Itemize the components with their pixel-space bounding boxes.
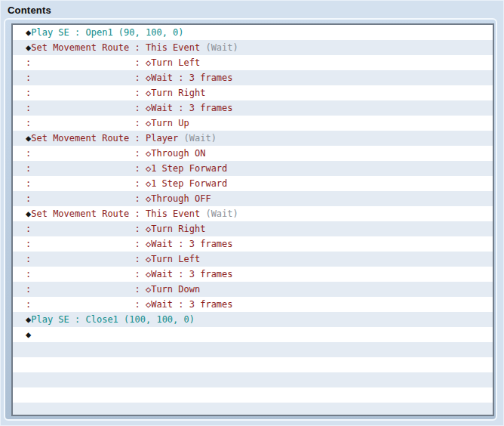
command-text-segment: : : ◇Wait : 3 frames — [26, 73, 233, 83]
event-command-row[interactable]: : : ◇Wait : 3 frames — [13, 236, 493, 252]
command-text-segment: : : ◇Turn Left — [26, 57, 200, 68]
command-text-segment: : : ◇Turn Right — [26, 88, 205, 98]
command-text-segment: : : ◇Wait : 3 frames — [26, 269, 233, 279]
event-command-row[interactable]: ◆Play SE : Open1 (90, 100, 0) — [13, 25, 493, 40]
event-command-row[interactable]: ◆Set Movement Route : This Event (Wait) — [13, 206, 493, 221]
event-command-row[interactable]: : : ◇Turn Down — [13, 282, 493, 297]
event-command-row[interactable]: ◆ — [13, 327, 493, 342]
event-command-row[interactable]: : : ◇Wait : 3 frames — [13, 297, 493, 312]
command-text-segment: ◆ — [26, 329, 31, 340]
command-text-segment: : : ◇1 Step Forward — [26, 163, 227, 174]
command-text-segment: Play SE : Close1 (100, 100, 0) — [31, 314, 195, 325]
command-text-segment: : : ◇Turn Right — [26, 224, 205, 234]
event-command-list[interactable]: ◆Play SE : Open1 (90, 100, 0)◆Set Moveme… — [11, 23, 494, 416]
empty-row[interactable] — [13, 387, 493, 403]
command-text-segment: Set Movement Route : Player — [31, 133, 183, 144]
command-text-segment: : : ◇Turn Down — [26, 284, 200, 295]
command-text-segment: : : ◇1 Step Forward — [26, 178, 227, 189]
command-text-segment: (Wait) — [205, 208, 238, 219]
contents-panel-title: Contents — [8, 5, 51, 16]
event-command-row[interactable]: ◆Set Movement Route : Player (Wait) — [13, 131, 493, 146]
command-text-segment: Set Movement Route : This Event — [31, 208, 205, 219]
empty-row[interactable] — [13, 403, 493, 416]
event-command-row[interactable]: : : ◇Wait : 3 frames — [13, 70, 493, 85]
empty-row[interactable] — [13, 342, 493, 357]
event-command-row[interactable]: : : ◇Turn Left — [13, 55, 493, 70]
command-text-segment: : : ◇Wait : 3 frames — [26, 103, 233, 113]
command-text-segment: (Wait) — [205, 42, 238, 53]
command-text-segment: : : ◇Wait : 3 frames — [26, 239, 233, 249]
event-command-row[interactable]: : : ◇Wait : 3 frames — [13, 267, 493, 282]
empty-row[interactable] — [13, 372, 493, 387]
event-command-row[interactable]: : : ◇Through ON — [13, 146, 493, 161]
command-text-segment: : : ◇Through ON — [26, 148, 205, 159]
event-command-row[interactable]: ◆Play SE : Close1 (100, 100, 0) — [13, 312, 493, 327]
command-text-segment: Set Movement Route : This Event — [31, 42, 205, 53]
event-command-row[interactable]: : : ◇1 Step Forward — [13, 161, 493, 176]
command-text-segment: : : ◇Turn Left — [26, 254, 200, 264]
event-command-row[interactable]: ◆Set Movement Route : This Event (Wait) — [13, 40, 493, 55]
empty-row[interactable] — [13, 357, 493, 372]
event-command-row[interactable]: : : ◇Wait : 3 frames — [13, 100, 493, 116]
command-text-segment: : : ◇Turn Up — [26, 118, 189, 128]
event-command-row[interactable]: : : ◇Turn Up — [13, 116, 493, 131]
event-command-row[interactable]: : : ◇Through OFF — [13, 191, 493, 206]
command-text-segment: : : ◇Through OFF — [26, 193, 211, 204]
command-text-segment: (Wait) — [184, 133, 217, 144]
command-text-segment: Play SE : Open1 (90, 100, 0) — [31, 27, 183, 38]
event-command-row[interactable]: : : ◇1 Step Forward — [13, 176, 493, 191]
event-command-row[interactable]: : : ◇Turn Left — [13, 252, 493, 267]
event-command-row[interactable]: : : ◇Turn Right — [13, 221, 493, 236]
event-command-row[interactable]: : : ◇Turn Right — [13, 85, 493, 100]
command-text-segment: : : ◇Wait : 3 frames — [26, 299, 233, 310]
